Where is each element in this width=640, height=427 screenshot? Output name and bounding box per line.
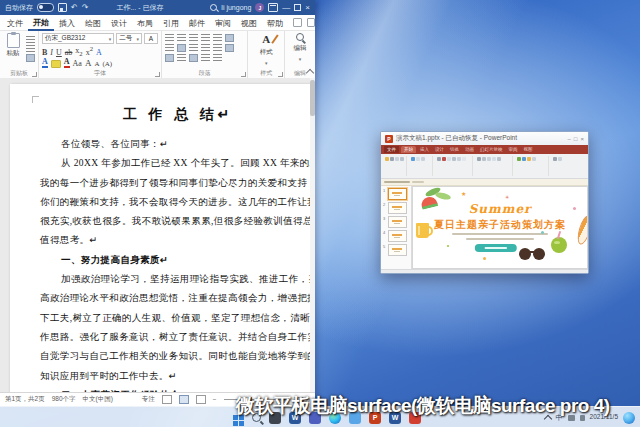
language-indicator[interactable]: 中文(中国) (83, 395, 113, 404)
change-case-icon[interactable]: Aa (73, 59, 82, 68)
italic-button[interactable]: I (50, 48, 53, 57)
sort-az-icon[interactable] (201, 54, 210, 61)
line-spacing-icon[interactable] (213, 44, 222, 51)
paste-button[interactable]: 粘贴 (3, 33, 23, 69)
zoom-out-icon[interactable]: − (213, 396, 217, 403)
word-tab-8[interactable]: 邮件 (184, 16, 210, 30)
slide-thumbnail-panel[interactable]: 12345 (381, 186, 412, 269)
highlight-pen-icon[interactable] (51, 60, 61, 68)
superscript-button[interactable]: x2 (86, 45, 93, 57)
slide-canvas[interactable]: ★ ✳ Summer 夏日主题亲子活动策划方案 (412, 186, 588, 269)
clipboard-dialog-launcher[interactable] (32, 72, 37, 77)
comments-icon[interactable] (307, 18, 316, 27)
pp-restore-button[interactable]: □ (574, 136, 578, 142)
focus-mode-button[interactable]: 专注 (142, 395, 155, 404)
styles-dropdown-arrow[interactable]: ▾ (265, 60, 268, 66)
copy-icon[interactable] (26, 45, 35, 52)
pp-tab-2[interactable]: 开始 (401, 146, 416, 153)
align-center-icon[interactable] (177, 44, 186, 52)
grow-font-icon[interactable]: A (85, 58, 92, 68)
word-tab-3[interactable]: 插入 (54, 16, 80, 30)
bullets-icon[interactable] (165, 34, 174, 41)
word-tab-5[interactable]: 设计 (106, 16, 132, 30)
redo-icon[interactable]: ↷ (82, 4, 89, 12)
word-tab-10[interactable]: 视图 (236, 16, 262, 30)
pp-view-sorter-icon[interactable] (555, 273, 559, 274)
font-color-icon[interactable]: A (64, 58, 70, 68)
find-icon[interactable] (296, 33, 304, 41)
numbering-icon[interactable] (177, 34, 186, 41)
share-icon[interactable] (293, 18, 302, 27)
word-tab-7[interactable]: 引用 (158, 16, 184, 30)
slide-thumbnail-2[interactable]: 2 (383, 202, 410, 214)
underline-button[interactable]: U (56, 48, 62, 57)
word-count[interactable]: 980个字 (52, 395, 76, 404)
pilcrow-icon[interactable] (213, 54, 222, 61)
styles-dialog-launcher[interactable] (278, 72, 283, 77)
slide-thumbnail-1[interactable]: 1 (383, 188, 410, 200)
pp-tab-9[interactable]: 视图 (522, 147, 535, 152)
pp-tab-5[interactable]: 切换 (448, 147, 461, 152)
read-mode-icon[interactable] (162, 395, 172, 404)
word-tab-1[interactable]: 文件 (2, 16, 28, 30)
pp-view-normal-icon[interactable] (549, 273, 553, 274)
distribute-icon[interactable] (177, 54, 186, 61)
text-effects-icon[interactable]: A (96, 48, 102, 57)
pp-tab-6[interactable]: 动画 (463, 147, 476, 152)
word-tab-2[interactable]: 开始 (28, 15, 54, 31)
justify-icon[interactable] (201, 44, 210, 51)
shrink-font-icon[interactable]: A (94, 60, 99, 68)
align-left-icon[interactable] (165, 44, 174, 51)
vertical-scrollbar[interactable] (310, 78, 315, 393)
paragraph-dialog-launcher[interactable] (241, 72, 246, 77)
slide-thumbnail-5[interactable]: 5 (383, 244, 410, 256)
shading-icon[interactable] (225, 44, 234, 52)
bold-button[interactable]: B (42, 48, 47, 57)
increase-indent-icon[interactable] (213, 34, 222, 41)
scrollbar-thumb[interactable] (310, 80, 315, 116)
font-name-select[interactable]: 仿宋_GB2312▾ (42, 33, 114, 44)
phonetic-guide-icon[interactable]: A (144, 33, 158, 44)
print-layout-icon[interactable] (179, 395, 189, 404)
styles-button-label[interactable]: 样式 (260, 48, 273, 57)
font-size-select[interactable]: 二号▾ (116, 33, 142, 44)
pp-close-button[interactable]: × (580, 136, 584, 142)
multilevel-list-icon[interactable] (189, 34, 198, 41)
font-color-blue-icon[interactable]: A (42, 58, 48, 68)
tray-notification-icon[interactable] (623, 412, 635, 424)
pp-tab-7[interactable]: 幻灯片放映 (478, 147, 505, 152)
strikethrough-button[interactable]: ab (65, 48, 73, 57)
editing-dropdown-arrow[interactable]: ▾ (299, 56, 302, 62)
slide-thumbnail-4[interactable]: 4 (383, 230, 410, 242)
cut-icon[interactable] (26, 36, 35, 43)
slide-thumbnail-3[interactable]: 3 (383, 216, 410, 228)
avatar[interactable]: J (255, 3, 264, 12)
restore-button[interactable] (294, 4, 301, 11)
word-tab-9[interactable]: 审阅 (210, 16, 236, 30)
pp-view-show-icon[interactable] (561, 273, 565, 274)
editing-button-label[interactable]: 编辑 (294, 44, 307, 53)
undo-icon[interactable]: ↶ (71, 4, 78, 12)
pp-tab-1[interactable]: 文件 (384, 146, 399, 153)
pp-zoom-slider[interactable] (567, 273, 585, 274)
minimize-button[interactable]: — (282, 4, 290, 12)
sort-icon[interactable] (225, 34, 234, 42)
document-page[interactable]: 工 作 总 结↵ 各位领导、各位同事：↵从 20XX 年参加工作已经 XX 个年… (10, 84, 315, 393)
borders-icon[interactable] (165, 54, 174, 62)
enclose-character-icon[interactable]: (A) (102, 60, 112, 68)
word-tab-11[interactable]: 帮助 (262, 16, 288, 30)
ribbon-display-options-icon[interactable] (268, 3, 278, 12)
web-layout-icon[interactable] (196, 395, 206, 404)
word-tab-6[interactable]: 布局 (132, 16, 158, 30)
search-icon[interactable] (210, 4, 217, 11)
align-right-icon[interactable] (189, 44, 198, 51)
pp-minimize-button[interactable]: ‒ (568, 136, 571, 142)
autosave-toggle[interactable] (37, 3, 54, 12)
page-indicator[interactable]: 第1页，共2页 (5, 395, 45, 404)
pp-tab-3[interactable]: 插入 (418, 147, 431, 152)
close-button[interactable]: × (305, 4, 310, 12)
format-painter-icon[interactable] (26, 54, 35, 62)
pp-tab-8[interactable]: 审阅 (507, 147, 520, 152)
font-dialog-launcher[interactable] (155, 72, 160, 77)
document-area[interactable]: 工 作 总 结↵ 各位领导、各位同事：↵从 20XX 年参加工作已经 XX 个年… (0, 78, 315, 393)
